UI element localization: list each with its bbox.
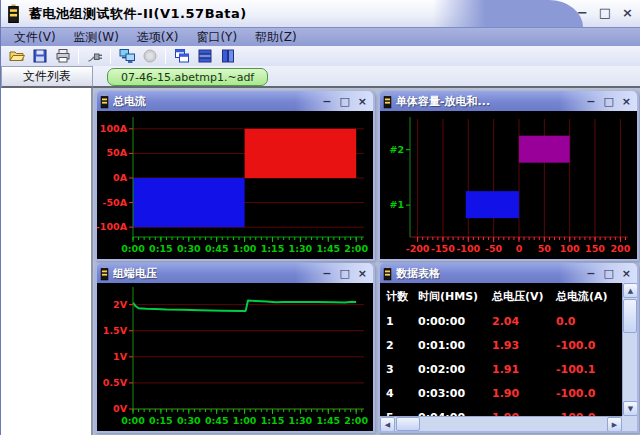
menu-item-4[interactable]: 帮助(Z) [246, 29, 306, 46]
window-title: 单体容量-放电和... [396, 94, 490, 109]
window-titlebar-cell-capacity[interactable]: 单体容量-放电和...−□× [380, 91, 637, 111]
main-titlebar: 蓄电池组测试软件-II(V1.57Bata) − □ × [1, 0, 640, 27]
table-cell: -100.0 [550, 339, 622, 352]
monitor-windows-button[interactable] [115, 47, 138, 66]
close-icon[interactable]: × [622, 3, 633, 23]
table-row: 50:04:001.90-100.0 [380, 405, 622, 416]
minimize-icon[interactable]: − [322, 267, 331, 280]
open-file-button[interactable] [5, 47, 28, 66]
open-file-icon [9, 48, 25, 64]
window-title: 组端电压 [113, 266, 157, 281]
cell-capacity-chart: #1#2-200-150-100-50050100150200 [380, 111, 637, 259]
tile-horizontal-icon [197, 48, 213, 64]
menu-bar: 文件(V)监测(W)选项(X)窗口(Y)帮助(Z) [1, 27, 640, 46]
file-list-panel[interactable] [1, 88, 93, 435]
svg-text:150: 150 [585, 243, 605, 254]
table-cell: 4 [380, 387, 412, 400]
scroll-up-button[interactable]: ▲ [623, 283, 637, 298]
table-row: 20:01:001.93-100.0 [380, 333, 622, 357]
svg-text:0A: 0A [113, 172, 128, 183]
svg-text:0:00: 0:00 [121, 415, 145, 426]
document-tab[interactable]: 07-46-15.abetmp1.~adf [107, 68, 268, 86]
maximize-icon[interactable]: □ [599, 3, 611, 23]
svg-text:#1: #1 [389, 199, 404, 210]
window-controls: −□× [586, 91, 631, 111]
table-cell: 2.04 [486, 315, 550, 328]
svg-text:200: 200 [610, 243, 630, 254]
table-cell: 1.91 [486, 363, 550, 376]
battery-icon [100, 94, 109, 109]
vertical-scroll-thumb[interactable] [623, 299, 637, 333]
svg-text:1V: 1V [113, 351, 128, 362]
maximize-icon[interactable]: □ [603, 267, 613, 280]
close-icon[interactable]: × [622, 95, 631, 108]
scroll-down-button[interactable]: ▼ [623, 401, 637, 416]
tile-vertical-button[interactable] [216, 47, 239, 66]
minimize-icon[interactable]: − [577, 3, 588, 23]
stop-disabled-icon [142, 48, 158, 64]
print-button[interactable] [51, 47, 74, 66]
svg-text:100: 100 [560, 243, 580, 254]
svg-text:1:15: 1:15 [261, 415, 285, 426]
close-icon[interactable]: × [622, 267, 631, 280]
minimize-icon[interactable]: − [586, 95, 595, 108]
child-window-pack-voltage: 组端电压−□×2V1.5V1V0.5V0V0:000:150:300:451:0… [95, 263, 375, 433]
window-content-data-table: 计数时间(HMS)总电压(V)总电流(A)10:00:002.040.020:0… [380, 283, 637, 431]
table-cell: 0:00:00 [412, 315, 486, 328]
tile-horizontal-button[interactable] [193, 47, 216, 66]
cascade-windows-button[interactable] [170, 47, 193, 66]
tile-vertical-icon [220, 48, 236, 64]
file-list-header: 文件列表 [1, 66, 93, 88]
table-cell: 3 [380, 363, 412, 376]
window-controls: −□× [322, 263, 367, 283]
table-row: 40:03:001.90-100.0 [380, 381, 622, 405]
maximize-icon[interactable]: □ [603, 95, 613, 108]
table-header-cell: 计数 [380, 289, 412, 304]
table-cell: 2 [380, 339, 412, 352]
svg-text:100A: 100A [100, 123, 128, 134]
table-cell: 0:01:00 [412, 339, 486, 352]
table-header-cell: 总电压(V) [486, 289, 550, 304]
stop-disabled-button [138, 47, 161, 66]
table-cell: -100.0 [550, 387, 622, 400]
minimize-icon[interactable]: − [322, 95, 331, 108]
close-icon[interactable]: × [358, 95, 367, 108]
minimize-icon[interactable]: − [586, 267, 595, 280]
child-window-cell-capacity: 单体容量-放电和...−□×#1#2-200-150-100-500501001… [378, 91, 639, 261]
svg-text:0:00: 0:00 [121, 243, 145, 254]
menu-item-0[interactable]: 文件(V) [5, 29, 65, 46]
scroll-right-button[interactable]: ▶ [607, 417, 622, 431]
horizontal-scroll-thumb[interactable] [396, 417, 420, 431]
menu-item-3[interactable]: 窗口(Y) [187, 29, 246, 46]
table-cell: 1 [380, 315, 412, 328]
connect-device-button[interactable] [83, 47, 106, 66]
pack-voltage-chart: 2V1.5V1V0.5V0V0:000:150:300:451:001:151:… [97, 283, 373, 431]
toolbar [1, 46, 640, 66]
window-titlebar-data-table[interactable]: 数据表格−□× [380, 263, 637, 283]
titlebar-swoosh [433, 0, 583, 27]
window-titlebar-pack-voltage[interactable]: 组端电压−□× [97, 263, 373, 283]
save-file-button[interactable] [28, 47, 51, 66]
table-row: 10:00:002.040.0 [380, 309, 622, 333]
svg-text:-200: -200 [406, 243, 430, 254]
horizontal-scrollbar[interactable]: ◀▶ [380, 416, 622, 431]
svg-text:0: 0 [516, 243, 523, 254]
table-cell: 0:03:00 [412, 387, 486, 400]
scroll-left-button[interactable]: ◀ [380, 417, 395, 431]
table-cell: -100.1 [550, 363, 622, 376]
print-icon [55, 48, 71, 64]
svg-text:-50A: -50A [102, 197, 127, 208]
close-icon[interactable]: × [358, 267, 367, 280]
window-title: 总电流 [113, 94, 146, 109]
maximize-icon[interactable]: □ [339, 267, 349, 280]
child-window-data-table: 数据表格−□×计数时间(HMS)总电压(V)总电流(A)10:00:002.04… [378, 263, 639, 433]
maximize-icon[interactable]: □ [339, 95, 349, 108]
menu-item-1[interactable]: 监测(W) [65, 29, 128, 46]
table-cell: 1.90 [486, 387, 550, 400]
vertical-scrollbar[interactable]: ▲▼ [622, 283, 637, 416]
table-cell: 1.93 [486, 339, 550, 352]
window-content-pack-voltage: 2V1.5V1V0.5V0V0:000:150:300:451:001:151:… [97, 283, 373, 431]
menu-item-2[interactable]: 选项(X) [128, 29, 188, 46]
window-titlebar-total-current[interactable]: 总电流−□× [97, 91, 373, 111]
window-controls: −□× [322, 91, 367, 111]
